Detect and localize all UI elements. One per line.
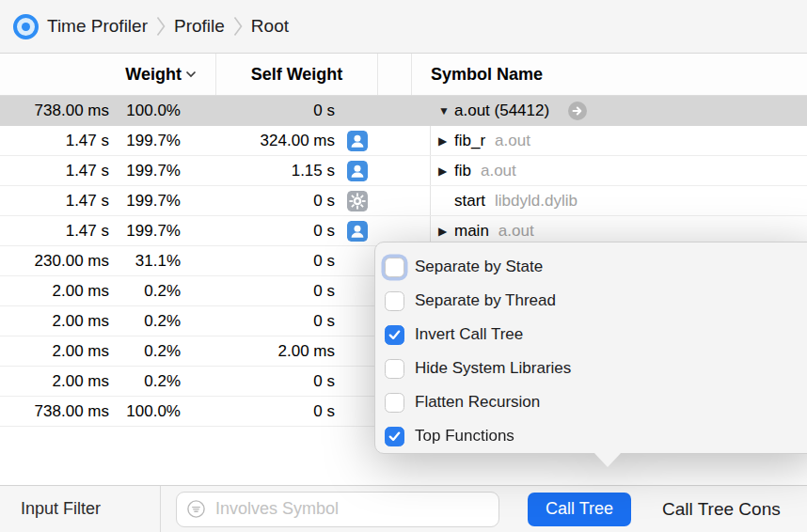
library-name: libdyld.dylib bbox=[495, 192, 578, 211]
symbol-name: main bbox=[454, 222, 489, 241]
weight-cell: 2.00 ms0.2% bbox=[0, 342, 216, 361]
column-header-self-weight[interactable]: Self Weight bbox=[216, 54, 378, 95]
checkbox[interactable] bbox=[385, 325, 404, 345]
library-name: a.out bbox=[481, 162, 516, 180]
weight-value: 2.00 ms bbox=[53, 312, 109, 331]
self-weight-header-label: Self Weight bbox=[251, 65, 343, 85]
breadcrumb-chevron-icon bbox=[156, 16, 166, 37]
breadcrumb-item-instrument[interactable]: Time Profiler bbox=[47, 16, 148, 37]
checkbox[interactable] bbox=[385, 258, 404, 277]
symbol-filter-input[interactable] bbox=[214, 498, 489, 520]
table-row[interactable]: 1.47 s199.7%0 sstartlibdyld.dylib bbox=[0, 186, 807, 216]
checkbox[interactable] bbox=[385, 359, 404, 379]
time-profiler-icon-dot bbox=[22, 23, 30, 31]
popover-option-label: Separate by Thread bbox=[415, 291, 556, 310]
weight-value: 2.00 ms bbox=[53, 282, 109, 301]
weight-cell: 1.47 s199.7% bbox=[0, 162, 216, 180]
table-header: Weight Self Weight Symbol Name bbox=[0, 54, 807, 96]
weight-value: 738.00 ms bbox=[35, 402, 109, 421]
self-weight-cell: 0 s bbox=[216, 222, 340, 241]
weight-percent: 199.7% bbox=[109, 222, 181, 241]
disclosure-triangle[interactable]: ▶ bbox=[438, 134, 454, 148]
disclosure-triangle[interactable]: ▶ bbox=[438, 164, 454, 178]
breadcrumb-chevron-icon bbox=[233, 16, 243, 37]
symbol-cell: ▶fiba.out bbox=[430, 156, 807, 185]
symbol-cell: ▶fib_ra.out bbox=[430, 126, 807, 155]
table-row[interactable]: 1.47 s199.7%1.15 s▶fiba.out bbox=[0, 156, 807, 186]
popover-options: Separate by StateSeparate by ThreadInver… bbox=[385, 250, 807, 453]
self-weight-cell: 0 s bbox=[216, 252, 340, 271]
popover-option-separate-by-state[interactable]: Separate by State bbox=[385, 250, 807, 284]
weight-value: 1.47 s bbox=[66, 222, 109, 241]
self-weight-cell: 0 s bbox=[216, 372, 340, 391]
weight-percent: 0.2% bbox=[109, 372, 181, 391]
time-profiler-window: Time Profiler Profile Root Weight Self W… bbox=[0, 0, 807, 532]
library-name: a.out bbox=[495, 132, 530, 150]
weight-header-label: Weight bbox=[125, 65, 182, 85]
weight-cell: 738.00 ms100.0% bbox=[0, 402, 216, 421]
weight-cell: 2.00 ms0.2% bbox=[0, 312, 216, 331]
column-header-spacer bbox=[378, 54, 412, 95]
person-icon bbox=[347, 221, 368, 242]
call-tree-button[interactable]: Call Tree bbox=[528, 493, 631, 526]
person-icon bbox=[347, 161, 368, 181]
filter-icon bbox=[186, 499, 206, 519]
column-header-weight[interactable]: Weight bbox=[0, 54, 216, 95]
weight-percent: 100.0% bbox=[109, 402, 181, 421]
column-header-symbol-name[interactable]: Symbol Name bbox=[412, 54, 543, 95]
symbol-name: fib bbox=[454, 162, 471, 180]
popover-option-invert-call-tree[interactable]: Invert Call Tree bbox=[385, 318, 807, 352]
popover-option-hide-system-libraries[interactable]: Hide System Libraries bbox=[385, 352, 807, 385]
weight-value: 2.00 ms bbox=[53, 372, 109, 391]
popover-option-label: Flatten Recursion bbox=[415, 393, 540, 412]
breadcrumb-item-root[interactable]: Root bbox=[251, 16, 289, 37]
input-filter-label: Input Filter bbox=[0, 499, 160, 519]
self-weight-cell: 0 s bbox=[216, 402, 340, 421]
weight-percent: 100.0% bbox=[109, 102, 181, 120]
disclosure-triangle[interactable]: ▼ bbox=[438, 104, 454, 117]
weight-value: 1.47 s bbox=[66, 132, 109, 150]
gear-icon bbox=[347, 191, 368, 211]
symbol-cell: ▼a.out (54412) bbox=[430, 96, 807, 125]
disclosure-triangle[interactable]: ▶ bbox=[438, 225, 454, 238]
table-row[interactable]: 1.47 s199.7%324.00 ms▶fib_ra.out bbox=[0, 126, 807, 156]
person-icon-cell bbox=[340, 131, 374, 151]
call-tree-popover: Separate by StateSeparate by ThreadInver… bbox=[374, 242, 807, 454]
bottom-bar-divider bbox=[160, 486, 161, 532]
popover-option-flatten-recursion[interactable]: Flatten Recursion bbox=[385, 385, 807, 419]
self-weight-cell: 0 s bbox=[216, 192, 340, 211]
weight-cell: 2.00 ms0.2% bbox=[0, 282, 216, 301]
detail-arrow-icon[interactable] bbox=[568, 102, 587, 120]
weight-cell: 1.47 s199.7% bbox=[0, 132, 216, 150]
popover-option-label: Top Functions bbox=[415, 427, 514, 446]
breadcrumb: Time Profiler Profile Root bbox=[0, 0, 807, 54]
checkbox[interactable] bbox=[385, 427, 404, 446]
popover-option-label: Hide System Libraries bbox=[415, 359, 571, 378]
weight-value: 738.00 ms bbox=[35, 102, 109, 120]
weight-cell: 1.47 s199.7% bbox=[0, 222, 216, 241]
self-weight-cell: 0 s bbox=[216, 312, 340, 331]
checkbox[interactable] bbox=[385, 393, 404, 413]
symbol-name-header-label: Symbol Name bbox=[431, 65, 543, 85]
symbol-filter-field[interactable] bbox=[176, 492, 499, 527]
bottom-bar: Input Filter Call Tree Call Tree Cons bbox=[0, 485, 807, 532]
library-name: a.out bbox=[498, 222, 534, 241]
self-weight-cell: 0 s bbox=[216, 102, 340, 120]
weight-cell: 230.00 ms31.1% bbox=[0, 252, 216, 271]
weight-percent: 31.1% bbox=[109, 252, 181, 271]
self-weight-cell: 2.00 ms bbox=[216, 342, 340, 361]
gear-icon-cell bbox=[340, 191, 374, 211]
weight-percent: 199.7% bbox=[109, 132, 181, 150]
popover-option-separate-by-thread[interactable]: Separate by Thread bbox=[385, 284, 807, 318]
popover-option-label: Separate by State bbox=[415, 258, 543, 276]
checkbox[interactable] bbox=[385, 291, 404, 311]
weight-value: 1.47 s bbox=[66, 162, 109, 180]
symbol-cell: startlibdyld.dylib bbox=[430, 186, 807, 215]
popover-option-top-functions[interactable]: Top Functions bbox=[385, 419, 807, 453]
table-row[interactable]: 738.00 ms100.0%0 s▼a.out (54412) bbox=[0, 96, 807, 126]
popover-option-label: Invert Call Tree bbox=[415, 325, 523, 344]
breadcrumb-item-profile[interactable]: Profile bbox=[174, 16, 225, 37]
weight-value: 230.00 ms bbox=[35, 252, 109, 271]
call-tree-constraints-button[interactable]: Call Tree Cons bbox=[662, 499, 781, 520]
weight-cell: 738.00 ms100.0% bbox=[0, 102, 216, 120]
